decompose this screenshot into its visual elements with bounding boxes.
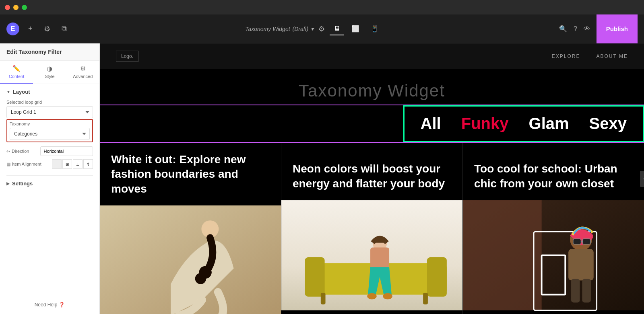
need-help-icon: ❓ (59, 302, 65, 308)
alignment-row: ▤ Item Alignment ⊤ ⊞ ⊥ ⇕ (6, 159, 93, 169)
app-logo[interactable]: E (6, 23, 19, 35)
layout-section-label: Layout (13, 89, 30, 95)
settings-arrow: ▶ (6, 181, 10, 186)
title-bar (0, 0, 644, 14)
sidebar-header: Edit Taxonomy Filter (0, 43, 99, 61)
page-title: Taxonomy Widget (245, 26, 290, 32)
toolbar-center: Taxonomy Widget (Draft) ▾ ⚙ 🖥 ⬜ 📱 (245, 23, 383, 35)
svg-rect-16 (463, 200, 542, 310)
direction-row: ⇔ Direction Horizontal (6, 146, 93, 156)
main-layout: Edit Taxonomy Filter ✏️ Content ◑ Style … (0, 43, 644, 314)
filter-left-space (100, 105, 403, 142)
tab-advanced[interactable]: ⚙ Advanced (66, 61, 99, 84)
layout-section-header[interactable]: ▼ Layout (6, 89, 93, 95)
taxonomy-select[interactable]: Categories (10, 128, 90, 140)
layout-arrow: ▼ (6, 90, 10, 94)
preview-icon[interactable]: 👁 (584, 25, 590, 33)
toolbar-left: E + ⚙ ⧉ (6, 22, 69, 36)
post-image-2 (281, 199, 462, 312)
taxonomy-box: Taxonomy Categories (6, 119, 93, 142)
page-name-container[interactable]: Taxonomy Widget (Draft) ▾ (245, 26, 314, 32)
help-icon[interactable]: ? (574, 25, 577, 33)
desktop-view-icon[interactable]: 🖥 (330, 23, 344, 35)
collapse-handle[interactable]: ‹ (640, 171, 644, 187)
svg-point-14 (383, 293, 392, 300)
advanced-tab-label: Advanced (73, 74, 93, 79)
close-button[interactable] (5, 5, 10, 10)
post-card-1: White it out: Explore new fashion bounda… (100, 143, 281, 314)
filter-funky[interactable]: Funky (461, 115, 509, 133)
svg-rect-22 (568, 249, 594, 280)
settings-section: ▶ Settings (6, 175, 93, 187)
svg-point-4 (195, 273, 206, 284)
need-help-label: Need Help (35, 302, 58, 308)
svg-rect-7 (305, 257, 325, 297)
customize-icon[interactable]: ⚙ (41, 22, 53, 36)
filter-glam[interactable]: Glam (529, 115, 569, 133)
svg-rect-23 (571, 279, 580, 303)
direction-label: ⇔ Direction (6, 149, 37, 154)
svg-rect-20 (582, 239, 590, 244)
mobile-view-icon[interactable]: 📱 (367, 23, 383, 35)
page-settings-icon[interactable]: ⚙ (318, 25, 325, 33)
layers-icon[interactable]: ⧉ (59, 22, 69, 35)
nav-explore[interactable]: EXPLORE (552, 53, 580, 59)
canvas: ‹ Logo. EXPLORE ABOUT ME Taxonomy Widget… (100, 43, 644, 314)
add-icon[interactable]: + (26, 22, 35, 35)
svg-rect-8 (427, 257, 447, 297)
alignment-buttons: ⊤ ⊞ ⊥ ⇕ (52, 159, 93, 169)
alignment-icon: ▤ (6, 162, 10, 167)
svg-rect-12 (370, 247, 389, 269)
align-top-button[interactable]: ⊤ (52, 159, 62, 169)
hero-title: Taxonomy Widget (299, 81, 445, 101)
preview-nav: Logo. EXPLORE ABOUT ME (100, 43, 644, 69)
tab-style[interactable]: ◑ Style (33, 61, 66, 84)
loop-grid-select[interactable]: Loop Grid 1 (6, 106, 93, 118)
style-tab-icon: ◑ (47, 65, 52, 72)
nav-about[interactable]: ABOUT ME (597, 53, 628, 59)
align-bottom-button[interactable]: ⊥ (73, 159, 83, 169)
loop-field-label: Selected loop grid (6, 100, 93, 105)
filter-bar: All Funky Glam Sexy (403, 105, 644, 142)
alignment-label: ▤ Item Alignment (6, 162, 49, 167)
svg-rect-24 (582, 279, 591, 303)
dropdown-icon: ▾ (311, 26, 314, 32)
filter-wrapper: All Funky Glam Sexy (100, 105, 644, 142)
align-middle-button[interactable]: ⊞ (62, 159, 72, 169)
post-card-3: Too cool for school: Urban chic from you… (462, 143, 644, 314)
content-tab-label: Content (9, 74, 25, 79)
post-meta-3: 📅 July 26, 2023 🕐 10:24 am (463, 312, 644, 314)
maximize-button[interactable] (22, 5, 27, 10)
filter-all[interactable]: All (421, 115, 441, 133)
direction-select[interactable]: Horizontal (40, 146, 93, 156)
sidebar: Edit Taxonomy Filter ✏️ Content ◑ Style … (0, 43, 100, 314)
publish-button[interactable]: Publish (597, 14, 638, 43)
sidebar-tabs: ✏️ Content ◑ Style ⚙ Advanced (0, 61, 99, 84)
settings-section-label: Settings (12, 181, 33, 187)
tab-content[interactable]: ✏️ Content (0, 61, 33, 84)
post-title-3: Too cool for school: Urban chic from you… (463, 143, 644, 199)
site-logo: Logo. (116, 51, 138, 62)
sidebar-content: ▼ Layout Selected loop grid Loop Grid 1 … (0, 84, 99, 296)
search-icon[interactable]: 🔍 (559, 25, 567, 33)
taxonomy-field-label: Taxonomy (7, 121, 92, 126)
post-title-1: White it out: Explore new fashion bounda… (100, 143, 281, 204)
post-title-2: Neon colors will boost your energy and f… (281, 143, 462, 199)
toolbar: E + ⚙ ⧉ Taxonomy Widget (Draft) ▾ ⚙ 🖥 ⬜ … (0, 14, 644, 43)
svg-rect-19 (573, 239, 581, 244)
toolbar-right: 🔍 ? 👁 Publish (559, 14, 638, 43)
nav-links: EXPLORE ABOUT ME (552, 53, 628, 59)
align-stretch-button[interactable]: ⇕ (83, 159, 93, 169)
tablet-view-icon[interactable]: ⬜ (347, 23, 363, 35)
svg-rect-9 (321, 293, 326, 304)
svg-rect-10 (423, 293, 428, 304)
filter-sexy[interactable]: Sexy (589, 115, 627, 133)
page-draft: (Draft) (293, 26, 309, 32)
settings-section-header[interactable]: ▶ Settings (6, 181, 93, 187)
svg-point-13 (367, 293, 376, 300)
minimize-button[interactable] (13, 5, 19, 10)
post-image-1 (100, 204, 281, 314)
need-help[interactable]: Need Help ❓ (0, 296, 99, 314)
sidebar-title: Edit Taxonomy Filter (6, 49, 62, 55)
post-card-2: Neon colors will boost your energy and f… (281, 143, 462, 314)
